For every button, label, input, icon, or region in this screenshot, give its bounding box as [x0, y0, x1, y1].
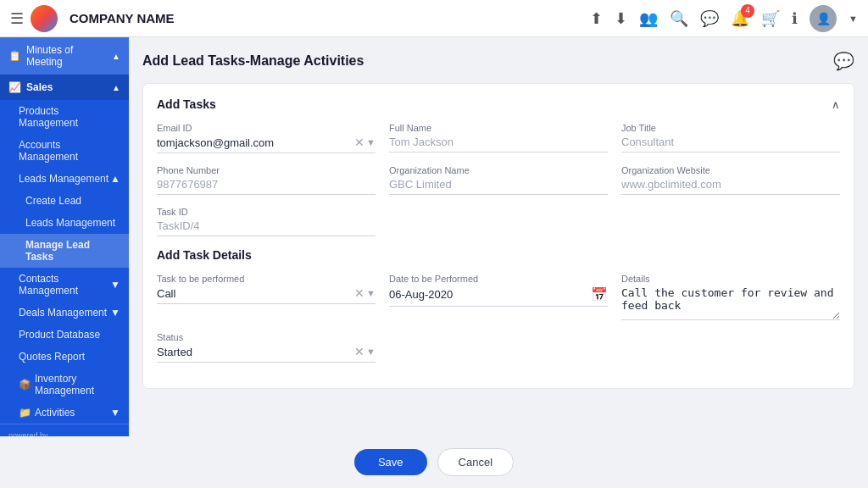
job-title-label: Job Title: [621, 123, 840, 133]
email-id-group: Email ID ✕ ▼: [157, 123, 376, 153]
job-title-group: Job Title: [621, 123, 840, 153]
phone-number-label: Phone Number: [157, 165, 376, 175]
page-title-row: Add Lead Tasks-Manage Activities 💬: [142, 51, 854, 71]
sidebar-item-quotes-report[interactable]: Quotes Report: [0, 346, 129, 368]
email-dropdown-icon[interactable]: ▼: [366, 137, 376, 147]
save-button[interactable]: Save: [354, 449, 427, 475]
sidebar-item-minutes-of-meeting[interactable]: 📋 Minutes of Meeting ▲: [0, 37, 129, 75]
users-icon[interactable]: 👥: [639, 9, 658, 28]
sidebar-item-accounts-management[interactable]: Accounts Management: [0, 134, 129, 168]
org-name-label: Organization Name: [389, 165, 608, 175]
cart-icon[interactable]: 🛒: [761, 9, 780, 28]
chat-icon[interactable]: 💬: [700, 9, 719, 28]
cancel-button[interactable]: Cancel: [437, 448, 514, 476]
date-input-wrap: 📅: [389, 286, 608, 307]
job-title-input[interactable]: [621, 136, 840, 148]
sidebar-item-leads-management[interactable]: Leads Management: [0, 212, 129, 234]
sidebar-item-deals-management[interactable]: Deals Management ▼: [0, 302, 129, 324]
add-tasks-title: Add Tasks: [157, 97, 216, 111]
chevron-icon: ▲: [112, 52, 120, 61]
share-icon[interactable]: ⬆: [590, 9, 603, 28]
chat-bubble-icon[interactable]: 💬: [833, 51, 854, 71]
phone-number-input[interactable]: [157, 178, 376, 191]
sidebar-item-manage-lead-tasks[interactable]: Manage Lead Tasks: [0, 234, 129, 268]
phone-number-input-wrap: [157, 178, 376, 195]
sidebar-item-sales[interactable]: 📈 Sales ▲: [0, 75, 129, 100]
task-id-input-wrap: [157, 219, 376, 236]
details-textarea[interactable]: Call the customer for review and feed ba…: [621, 286, 840, 320]
org-name-group: Organization Name: [389, 165, 608, 195]
notification-icon[interactable]: 🔔 4: [731, 9, 749, 28]
sidebar-footer: powered by quixy: [0, 424, 129, 436]
org-website-input[interactable]: [621, 178, 840, 191]
status-input[interactable]: [157, 346, 354, 358]
notification-badge: 4: [741, 4, 754, 18]
task-id-input[interactable]: [157, 219, 376, 232]
task-performed-input-wrap: ✕ ▼: [157, 286, 376, 304]
email-id-input-wrap: ✕ ▼: [157, 136, 376, 153]
full-name-label: Full Name: [389, 123, 608, 133]
org-website-label: Organization Website: [621, 165, 840, 175]
task-clear-icon[interactable]: ✕: [354, 286, 364, 300]
sidebar-item-product-database[interactable]: Product Database: [0, 324, 129, 346]
task-performed-group: Task to be performed ✕ ▼: [157, 274, 376, 320]
chevron-icon: ▲: [112, 83, 120, 92]
sidebar-item-activities[interactable]: 📁Activities ▼: [0, 402, 129, 424]
status-dropdown-icon[interactable]: ▼: [366, 347, 376, 357]
org-name-input[interactable]: [389, 178, 608, 191]
user-dropdown-icon[interactable]: ▼: [849, 14, 858, 24]
avatar[interactable]: 👤: [810, 5, 837, 32]
task-id-group: Task ID: [157, 207, 376, 236]
date-label: Date to be Performed: [389, 274, 608, 284]
status-clear-icon[interactable]: ✕: [354, 345, 364, 358]
task-details-row-1: Task to be performed ✕ ▼ Date to be Perf…: [157, 274, 840, 320]
full-name-input[interactable]: [389, 136, 608, 148]
search-icon[interactable]: 🔍: [670, 9, 688, 28]
add-tasks-card: Add Tasks ∧ Email ID ✕ ▼ Full Name: [142, 83, 854, 389]
task-id-label: Task ID: [157, 207, 376, 217]
sidebar: 📋 Minutes of Meeting ▲ 📈 Sales ▲ Product…: [0, 37, 129, 436]
collapse-icon[interactable]: ∧: [832, 98, 840, 111]
date-group: Date to be Performed 📅: [389, 274, 608, 320]
form-row-1: Email ID ✕ ▼ Full Name Job Title: [157, 123, 840, 153]
hamburger-icon[interactable]: ☰: [10, 9, 24, 28]
company-logo: [31, 5, 58, 32]
job-title-input-wrap: [621, 136, 840, 152]
company-name: COMPANY NAME: [70, 11, 175, 25]
bottom-bar: Save Cancel: [0, 436, 868, 488]
status-label: Status: [157, 332, 376, 342]
full-name-input-wrap: [389, 136, 608, 152]
calendar-icon[interactable]: 📅: [591, 286, 608, 302]
info-icon[interactable]: ℹ: [792, 9, 798, 28]
topbar-right: ⬆ ⬇ 👥 🔍 💬 🔔 4 🛒 ℹ 👤 ▼: [590, 5, 858, 32]
form-row-2: Phone Number Organization Name Organizat…: [157, 165, 840, 195]
minutes-icon: 📋: [8, 50, 21, 62]
org-name-input-wrap: [389, 178, 608, 195]
page-title: Add Lead Tasks-Manage Activities: [142, 53, 364, 69]
status-row: Status ✕ ▼: [157, 332, 840, 363]
task-dropdown-icon[interactable]: ▼: [366, 288, 376, 298]
topbar-left: ☰ COMPANY NAME: [10, 5, 175, 32]
status-input-wrap: ✕ ▼: [157, 345, 376, 363]
phone-number-group: Phone Number: [157, 165, 376, 195]
task-performed-label: Task to be performed: [157, 274, 376, 284]
org-website-input-wrap: [621, 178, 840, 195]
content-area: Add Lead Tasks-Manage Activities 💬 Add T…: [129, 37, 868, 436]
add-task-details-title: Add Task Details: [157, 248, 840, 262]
sidebar-item-contacts-management[interactable]: Contacts Management ▼: [0, 268, 129, 302]
full-name-group: Full Name: [389, 123, 608, 153]
email-clear-icon[interactable]: ✕: [354, 136, 364, 149]
sidebar-item-leads-management-group[interactable]: Leads Management ▲: [0, 168, 129, 190]
status-group: Status ✕ ▼: [157, 332, 376, 363]
org-website-group: Organization Website: [621, 165, 840, 195]
download-icon[interactable]: ⬇: [615, 9, 627, 28]
date-input[interactable]: [389, 288, 591, 301]
sidebar-item-inventory-management[interactable]: 📦 Inventory Management: [0, 368, 129, 402]
sidebar-item-create-lead[interactable]: Create Lead: [0, 190, 129, 212]
email-id-input[interactable]: [157, 136, 354, 149]
task-performed-input[interactable]: [157, 287, 354, 300]
main-layout: 📋 Minutes of Meeting ▲ 📈 Sales ▲ Product…: [0, 37, 868, 436]
sidebar-item-products-management[interactable]: Products Management: [0, 100, 129, 134]
form-row-3: Task ID: [157, 207, 840, 236]
email-id-label: Email ID: [157, 123, 376, 133]
